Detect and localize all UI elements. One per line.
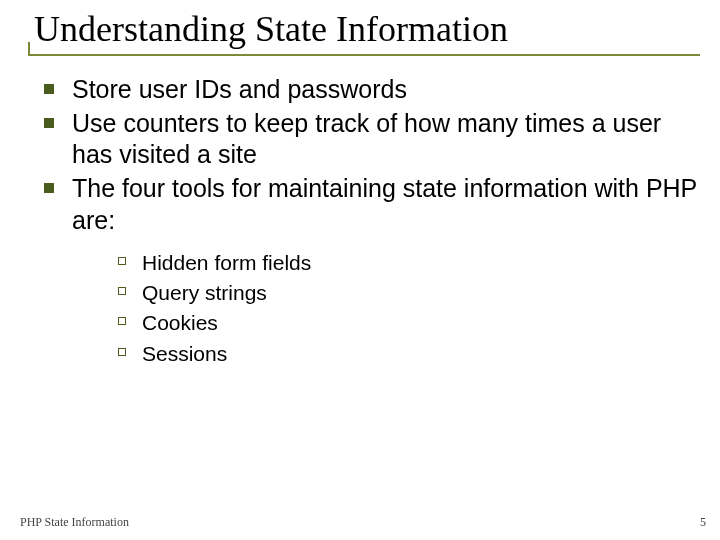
hollow-square-bullet-icon (118, 348, 126, 356)
list-item: Hidden form fields (114, 250, 700, 276)
sub-bullet-text: Query strings (142, 281, 267, 304)
sub-bullet-text: Cookies (142, 311, 218, 334)
hollow-square-bullet-icon (118, 257, 126, 265)
footer-text: PHP State Information (20, 515, 129, 530)
list-item: Query strings (114, 280, 700, 306)
hollow-square-bullet-icon (118, 317, 126, 325)
title-underline: Understanding State Information (28, 10, 700, 56)
list-item: The four tools for maintaining state inf… (38, 173, 700, 367)
slide-title: Understanding State Information (28, 10, 700, 50)
square-bullet-icon (44, 84, 54, 94)
list-item: Sessions (114, 341, 700, 367)
square-bullet-icon (44, 118, 54, 128)
slide: Understanding State Information Store us… (0, 0, 720, 540)
sub-bullet-text: Sessions (142, 342, 227, 365)
bullet-text: Store user IDs and passwords (72, 75, 407, 103)
bullet-text: The four tools for maintaining state inf… (72, 174, 697, 233)
hollow-square-bullet-icon (118, 287, 126, 295)
slide-body: Store user IDs and passwords Use counter… (28, 74, 700, 367)
bullet-text: Use counters to keep track of how many t… (72, 109, 661, 168)
list-item: Cookies (114, 310, 700, 336)
list-item: Use counters to keep track of how many t… (38, 108, 700, 171)
square-bullet-icon (44, 183, 54, 193)
page-number: 5 (700, 515, 706, 530)
sub-bullet-list: Hidden form fields Query strings Cookies… (72, 250, 700, 367)
bullet-list: Store user IDs and passwords Use counter… (28, 74, 700, 367)
sub-bullet-text: Hidden form fields (142, 251, 311, 274)
list-item: Store user IDs and passwords (38, 74, 700, 105)
